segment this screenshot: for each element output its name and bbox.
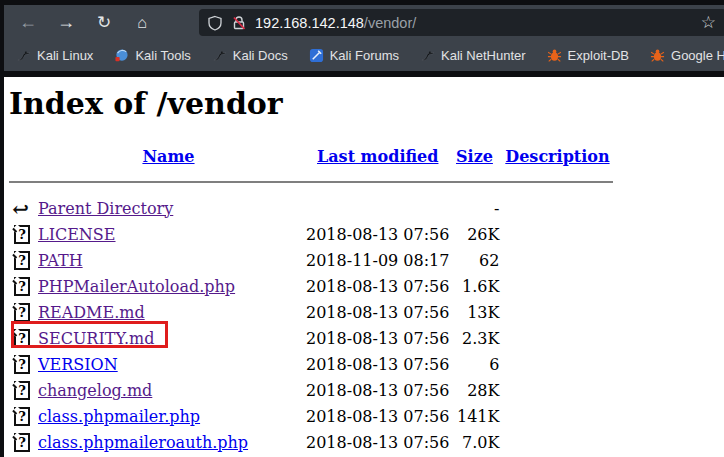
url-bar[interactable]: 192.168.142.148/vendor/ ☆ xyxy=(199,9,724,36)
last-modified-cell xyxy=(306,195,449,221)
back-button[interactable]: ← xyxy=(13,9,43,37)
last-modified-cell: 2018-08-13 07:56 xyxy=(306,299,449,325)
bookmark-kali-linux[interactable]: Kali Linux xyxy=(16,48,93,63)
description-cell xyxy=(499,273,615,299)
header-divider-row xyxy=(9,169,615,195)
url-path: /vendor/ xyxy=(364,15,416,31)
forward-icon: → xyxy=(57,12,75,33)
table-header-row: Name Last modified Size Description xyxy=(9,143,615,169)
kali-tools-icon xyxy=(114,48,129,63)
last-modified-cell: 2018-08-13 07:56 xyxy=(306,273,449,299)
file-link[interactable]: class.phpmailer.php xyxy=(38,407,200,426)
size-cell: 2.3K xyxy=(449,325,499,351)
bug-icon xyxy=(650,48,665,63)
file-link[interactable]: class.phpmaileroauth.php xyxy=(38,433,248,452)
table-row: ? class.phpmailer.php 2018-08-13 07:56 1… xyxy=(9,403,615,429)
table-row: ? PHPMailerAutoload.php 2018-08-13 07:56… xyxy=(9,273,615,299)
bookmark-label: Kali NetHunter xyxy=(441,48,526,63)
home-button[interactable]: ⌂ xyxy=(127,9,157,37)
table-row: ? changelog.md 2018-08-13 07:56 28K xyxy=(9,377,615,403)
size-cell: 28K xyxy=(449,377,499,403)
url-host: 192.168.142.148 xyxy=(255,15,364,31)
bookmark-star-icon[interactable]: ☆ xyxy=(701,14,718,31)
bookmark-label: Exploit-DB xyxy=(568,48,629,63)
sort-by-description-link[interactable]: Description xyxy=(505,147,609,166)
kali-dragon-icon xyxy=(420,48,435,63)
size-cell: 6 xyxy=(449,351,499,377)
bookmark-kali-nethunter[interactable]: Kali NetHunter xyxy=(420,48,526,63)
page-title: Index of /vendor xyxy=(9,86,724,122)
kali-dragon-icon xyxy=(212,48,227,63)
unknown-file-icon: ? xyxy=(14,355,30,374)
table-row: ? PATH 2018-11-09 08:17 62 xyxy=(9,247,615,273)
bookmark-kali-tools[interactable]: Kali Tools xyxy=(114,48,190,63)
bookmark-google-hacking-db[interactable]: Google Ha xyxy=(650,48,724,63)
size-cell: 62 xyxy=(449,247,499,273)
description-cell xyxy=(499,403,615,429)
unknown-file-icon: ? xyxy=(14,251,30,270)
bookmark-label: Kali Docs xyxy=(233,48,288,63)
horizontal-rule xyxy=(9,181,613,183)
size-cell: 26K xyxy=(449,221,499,247)
url-text: 192.168.142.148/vendor/ xyxy=(255,15,416,31)
file-link[interactable]: VERSION xyxy=(38,355,118,374)
last-modified-cell: 2018-08-13 07:56 xyxy=(306,403,449,429)
bookmark-label: Kali Linux xyxy=(37,48,93,63)
file-link[interactable]: Parent Directory xyxy=(38,199,173,218)
sort-by-modified-link[interactable]: Last modified xyxy=(317,147,438,166)
description-cell xyxy=(499,351,615,377)
description-cell xyxy=(499,299,615,325)
description-cell xyxy=(499,221,615,247)
bookmark-kali-docs[interactable]: Kali Docs xyxy=(212,48,288,63)
sort-by-size-link[interactable]: Size xyxy=(456,147,493,166)
unknown-file-icon: ? xyxy=(14,277,30,296)
file-link[interactable]: LICENSE xyxy=(38,225,116,244)
file-link[interactable]: README.md xyxy=(38,303,145,322)
file-link[interactable]: PATH xyxy=(38,251,83,270)
parent-directory-icon: ↩ xyxy=(12,199,29,219)
bookmark-label: Google Ha xyxy=(671,48,724,63)
size-cell: 7.0K xyxy=(449,429,499,455)
page-content: Index of /vendor Name Last modified Size… xyxy=(4,77,724,457)
description-cell xyxy=(499,195,615,221)
directory-listing-table: Name Last modified Size Description ↩ Pa… xyxy=(9,143,615,457)
bookmarks-toolbar: Kali Linux Kali Tools Kali Docs Kali For… xyxy=(4,40,724,71)
last-modified-cell: 2018-08-13 07:56 xyxy=(306,351,449,377)
last-modified-cell: 2018-08-13 07:56 xyxy=(306,325,449,351)
bookmark-kali-forums[interactable]: Kali Forums xyxy=(309,48,399,63)
last-modified-cell: 2018-11-09 08:17 xyxy=(306,247,449,273)
bug-icon xyxy=(547,48,562,63)
unknown-file-icon: ? xyxy=(14,407,30,426)
description-cell xyxy=(499,325,615,351)
browser-window: ← → ↻ ⌂ 192.168.142.148/vendor/ ☆ Kali L… xyxy=(0,0,724,457)
shield-icon[interactable] xyxy=(207,15,223,31)
bookmark-exploit-db[interactable]: Exploit-DB xyxy=(547,48,629,63)
insecure-lock-icon[interactable] xyxy=(231,15,247,31)
sort-by-name-link[interactable]: Name xyxy=(142,147,194,166)
size-cell: 141K xyxy=(449,403,499,429)
description-cell xyxy=(499,247,615,273)
last-modified-cell: 2018-08-13 07:56 xyxy=(306,429,449,455)
file-link[interactable]: changelog.md xyxy=(38,381,152,400)
table-row: ↩ Parent Directory - xyxy=(9,195,615,221)
description-cell xyxy=(499,429,615,455)
kali-dragon-icon xyxy=(16,48,31,63)
forward-button[interactable]: → xyxy=(51,9,81,37)
annotation-highlight-box xyxy=(11,321,168,348)
table-row: ? class.phpmaileroauth.php 2018-08-13 07… xyxy=(9,429,615,455)
unknown-file-icon: ? xyxy=(14,381,30,400)
kali-forums-icon xyxy=(309,48,324,63)
back-icon: ← xyxy=(19,12,37,33)
bookmark-label: Kali Tools xyxy=(135,48,190,63)
reload-button[interactable]: ↻ xyxy=(89,9,119,37)
navigation-toolbar: ← → ↻ ⌂ 192.168.142.148/vendor/ ☆ xyxy=(4,5,724,40)
size-cell: - xyxy=(449,195,499,221)
home-icon: ⌂ xyxy=(137,14,147,32)
unknown-file-icon: ? xyxy=(14,225,30,244)
description-cell xyxy=(499,377,615,403)
unknown-file-icon: ? xyxy=(14,433,30,452)
size-cell: 13K xyxy=(449,299,499,325)
file-link[interactable]: PHPMailerAutoload.php xyxy=(38,277,235,296)
last-modified-cell: 2018-08-13 07:56 xyxy=(306,377,449,403)
size-cell: 1.6K xyxy=(449,273,499,299)
